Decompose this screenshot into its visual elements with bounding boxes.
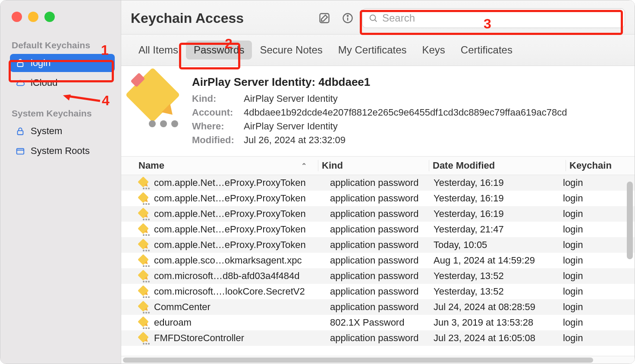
- cell-keychain: login: [563, 208, 635, 220]
- cell-name: com.apple.Net…eProxy.ProxyToken: [154, 239, 330, 251]
- sidebar-item-login[interactable]: login: [10, 54, 115, 72]
- cell-kind: application password: [330, 333, 434, 344]
- cell-keychain: login: [563, 239, 635, 251]
- keychain-access-window: Default Keychains login iCloud System Ke…: [0, 0, 635, 364]
- svg-rect-1: [18, 131, 23, 135]
- sidebar-item-label: login: [31, 57, 50, 69]
- cell-kind: application password: [330, 255, 434, 266]
- cell-keychain: login: [563, 270, 635, 282]
- detail-label: Kind:: [192, 93, 240, 104]
- detail-value: Jul 26, 2024 at 23:32:09: [244, 135, 346, 146]
- cell-date: Yesterday, 13:52: [434, 286, 563, 297]
- tab-secure-notes[interactable]: Secure Notes: [252, 41, 330, 60]
- detail-label: Account:: [192, 107, 240, 118]
- tab-all-items[interactable]: All Items: [131, 41, 186, 60]
- table-row[interactable]: com.apple.Net…eProxy.ProxyTokenapplicati…: [121, 191, 635, 206]
- password-icon: [138, 270, 150, 282]
- sidebar: Default Keychains login iCloud System Ke…: [0, 0, 121, 364]
- table-row[interactable]: com.apple.Net…eProxy.ProxyTokenapplicati…: [121, 175, 635, 191]
- cell-name: FMFDStoreController: [154, 333, 330, 344]
- detail-value: 4dbdaee1b92dcde4e207f8812e265c9e6455df1c…: [244, 107, 567, 118]
- tab-certificates[interactable]: Certificates: [453, 41, 520, 60]
- column-header-kind[interactable]: Kind: [322, 160, 425, 171]
- cell-date: Yesterday, 21:47: [434, 224, 563, 235]
- tab-my-certificates[interactable]: My Certificates: [330, 41, 415, 60]
- detail-row-modified: Modified: Jul 26, 2024 at 23:32:09: [192, 135, 625, 146]
- password-icon: [138, 333, 150, 344]
- window-controls: [12, 12, 115, 22]
- detail-value: AirPlay Server Identity: [244, 121, 338, 132]
- password-icon: [138, 208, 150, 220]
- detail-row-kind: Kind: AirPlay Server Identity: [192, 93, 625, 104]
- lock-icon: [15, 126, 25, 136]
- cell-name: CommCenter: [154, 301, 330, 313]
- cell-kind: application password: [330, 239, 434, 251]
- search-input[interactable]: [382, 12, 619, 24]
- password-large-icon: [133, 75, 181, 127]
- table-row[interactable]: com.microsoft.…lookCore.SecretV2applicat…: [121, 284, 635, 299]
- tab-passwords[interactable]: Passwords: [186, 41, 252, 60]
- table-row[interactable]: eduroam802.1X PasswordJun 3, 2019 at 13:…: [121, 315, 635, 330]
- sidebar-section-default-keychains: Default Keychains: [12, 40, 113, 50]
- table-row[interactable]: FMFDStoreControllerapplication passwordJ…: [121, 330, 635, 346]
- cell-kind: application password: [330, 286, 434, 297]
- detail-label: Modified:: [192, 135, 240, 146]
- table-row[interactable]: com.apple.sco…okmarksagent.xpcapplicatio…: [121, 253, 635, 268]
- svg-point-7: [370, 15, 376, 21]
- cloud-icon: [15, 78, 25, 88]
- search-field-wrap[interactable]: [362, 8, 625, 28]
- vertical-scrollbar[interactable]: [627, 182, 633, 259]
- item-detail-pane: AirPlay Server Identity: 4dbdaee1 Kind: …: [121, 66, 635, 157]
- sidebar-item-label: System Roots: [31, 145, 90, 157]
- sidebar-item-icloud[interactable]: iCloud: [10, 74, 115, 92]
- sidebar-item-system-roots[interactable]: System Roots: [10, 142, 115, 160]
- cell-date: Yesterday, 16:19: [434, 193, 563, 204]
- password-icon: [138, 301, 150, 313]
- sidebar-item-label: iCloud: [31, 77, 57, 88]
- detail-title: AirPlay Server Identity: 4dbdaee1: [192, 75, 625, 89]
- svg-line-8: [375, 20, 377, 22]
- main-content: Keychain Access All Items Passwords Secu…: [121, 0, 635, 364]
- table-row[interactable]: com.apple.Net…eProxy.ProxyTokenapplicati…: [121, 206, 635, 222]
- svg-marker-10: [63, 94, 71, 100]
- cell-name: com.apple.Net…eProxy.ProxyToken: [154, 177, 330, 188]
- table-header: Name ⌃ Kind Date Modified Keychain: [121, 157, 635, 175]
- sidebar-item-system[interactable]: System: [10, 122, 115, 140]
- cell-kind: application password: [330, 208, 434, 220]
- cell-kind: application password: [330, 301, 434, 313]
- tab-keys[interactable]: Keys: [415, 41, 453, 60]
- close-window-button[interactable]: [12, 12, 22, 22]
- svg-point-6: [347, 16, 348, 16]
- column-header-label: Name: [138, 160, 164, 171]
- info-button[interactable]: [339, 9, 357, 27]
- compose-button[interactable]: [315, 9, 333, 27]
- table-row[interactable]: com.apple.Net…eProxy.ProxyTokenapplicati…: [121, 222, 635, 237]
- horizontal-scrollbar[interactable]: [121, 356, 635, 364]
- password-icon: [138, 193, 150, 204]
- search-icon: [368, 13, 378, 23]
- table-row[interactable]: com.microsoft…d8b-afd03a4f484dapplicatio…: [121, 268, 635, 284]
- cell-keychain: login: [563, 301, 635, 313]
- cell-name: com.apple.Net…eProxy.ProxyToken: [154, 224, 330, 235]
- column-header-keychain[interactable]: Keychain: [569, 160, 635, 171]
- cell-keychain: login: [563, 177, 635, 188]
- toolbar: Keychain Access: [121, 0, 635, 35]
- cell-date: Jul 24, 2024 at 08:28:59: [434, 301, 563, 313]
- password-icon: [138, 286, 150, 297]
- zoom-window-button[interactable]: [44, 12, 55, 22]
- cell-name: com.apple.Net…eProxy.ProxyToken: [154, 193, 330, 204]
- table-body[interactable]: com.apple.Net…eProxy.ProxyTokenapplicati…: [121, 175, 635, 356]
- table-row[interactable]: com.apple.Net…eProxy.ProxyTokenapplicati…: [121, 237, 635, 253]
- column-header-name[interactable]: Name ⌃: [138, 160, 314, 171]
- password-icon: [138, 177, 150, 188]
- cell-name: com.apple.Net…eProxy.ProxyToken: [154, 208, 330, 220]
- password-icon: [138, 224, 150, 235]
- password-icon: [138, 255, 150, 266]
- table-row[interactable]: CommCenterapplication passwordJul 24, 20…: [121, 299, 635, 315]
- svg-rect-0: [18, 63, 23, 66]
- cell-date: Yesterday, 13:52: [434, 270, 563, 282]
- cell-keychain: login: [563, 317, 635, 328]
- column-header-date-modified[interactable]: Date Modified: [433, 160, 562, 171]
- cell-keychain: login: [563, 224, 635, 235]
- minimize-window-button[interactable]: [28, 12, 38, 22]
